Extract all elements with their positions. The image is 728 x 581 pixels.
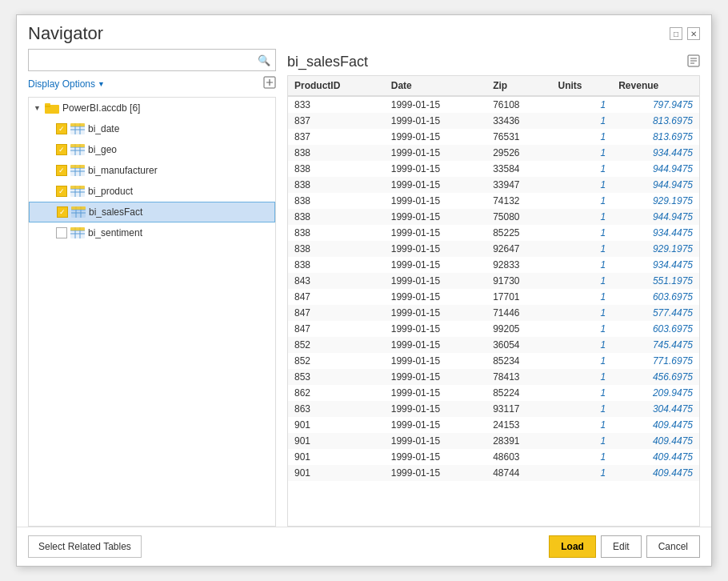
tree-item-bi_sentiment[interactable]: bi_sentiment — [29, 222, 275, 243]
table-row[interactable]: 8621999-01-15852241209.9475 — [288, 385, 699, 401]
load-button[interactable]: Load — [549, 535, 596, 558]
table-cell: 901 — [288, 465, 385, 481]
col-header-zip: Zip — [486, 76, 551, 96]
table-cell: 838 — [288, 225, 385, 241]
table-row[interactable]: 8631999-01-15931171304.4475 — [288, 401, 699, 417]
tree-item-bi_date[interactable]: bi_date — [29, 118, 275, 139]
table-row[interactable]: 8371999-01-15334361813.6975 — [288, 113, 699, 129]
preview-icon[interactable] — [687, 54, 700, 70]
table-row[interactable]: 9011999-01-15241531409.4475 — [288, 417, 699, 433]
table-row[interactable]: 8521999-01-15360541745.4475 — [288, 337, 699, 353]
table-cell: 847 — [288, 289, 385, 305]
chevron-down-icon: ▼ — [98, 80, 105, 88]
table-cell: 24153 — [486, 417, 551, 433]
table-cell: 813.6975 — [612, 113, 699, 129]
table-cell: 838 — [288, 145, 385, 161]
table-cell: 1 — [551, 257, 612, 273]
table-row[interactable]: 8381999-01-15335841944.9475 — [288, 161, 699, 177]
footer-right: Load Edit Cancel — [549, 535, 700, 558]
table-icon-bi_geo — [70, 144, 85, 155]
table-cell: 1 — [551, 449, 612, 465]
table-cell: 1999-01-15 — [385, 305, 486, 321]
table-cell: 76108 — [486, 96, 551, 113]
display-options-row: Display Options ▼ — [28, 76, 276, 92]
tree-item-bi_geo[interactable]: bi_geo — [29, 139, 275, 160]
checkbox-bi_geo[interactable] — [56, 144, 67, 155]
table-cell: 852 — [288, 353, 385, 369]
checkbox-bi_salesFact[interactable] — [57, 206, 68, 218]
checkbox-bi_sentiment[interactable] — [56, 227, 67, 238]
edit-button[interactable]: Edit — [601, 535, 642, 558]
tree-label-bi_sentiment: bi_sentiment — [88, 227, 142, 238]
table-row[interactable]: 8371999-01-15765311813.6975 — [288, 129, 699, 145]
table-row[interactable]: 8471999-01-15177011603.6975 — [288, 289, 699, 305]
search-input[interactable] — [34, 54, 258, 66]
table-cell: 853 — [288, 369, 385, 385]
table-cell: 1 — [551, 465, 612, 481]
table-row[interactable]: 8431999-01-15917301551.1975 — [288, 273, 699, 289]
table-cell: 1 — [551, 161, 612, 177]
table-row[interactable]: 9011999-01-15486031409.4475 — [288, 449, 699, 465]
table-cell: 1 — [551, 385, 612, 401]
table-cell: 603.6975 — [612, 289, 699, 305]
table-cell: 838 — [288, 193, 385, 209]
tree-item-bi_salesFact[interactable]: bi_salesFact — [29, 202, 275, 222]
table-cell: 838 — [288, 177, 385, 193]
table-row[interactable]: 8331999-01-15761081797.9475 — [288, 96, 699, 113]
preview-header: bi_salesFact — [287, 49, 700, 75]
table-cell: 1 — [551, 273, 612, 289]
tree-item-bi_manufacturer[interactable]: bi_manufacturer — [29, 160, 275, 181]
table-cell: 76531 — [486, 129, 551, 145]
table-cell: 944.9475 — [612, 209, 699, 225]
table-row[interactable]: 8381999-01-15750801944.9475 — [288, 209, 699, 225]
footer-left: Select Related Tables — [28, 535, 142, 558]
restore-button[interactable]: □ — [670, 27, 682, 40]
new-source-icon[interactable] — [263, 76, 276, 92]
table-cell: 862 — [288, 385, 385, 401]
table-row[interactable]: 8521999-01-15852341771.6975 — [288, 353, 699, 369]
table-cell: 1999-01-15 — [385, 449, 486, 465]
search-icon[interactable]: 🔍 — [258, 54, 270, 66]
close-button[interactable]: ✕ — [687, 27, 700, 40]
table-cell: 852 — [288, 337, 385, 353]
table-row[interactable]: 8381999-01-15741321929.1975 — [288, 193, 699, 209]
table-cell: 901 — [288, 433, 385, 449]
table-cell: 1999-01-15 — [385, 161, 486, 177]
svg-rect-39 — [70, 227, 85, 230]
table-cell: 1999-01-15 — [385, 465, 486, 481]
table-cell: 33947 — [486, 177, 551, 193]
table-icon-bi_manufacturer — [70, 165, 85, 176]
table-cell: 1 — [551, 401, 612, 417]
table-row[interactable]: 8381999-01-15926471929.1975 — [288, 241, 699, 257]
table-row[interactable]: 9011999-01-15283911409.4475 — [288, 433, 699, 449]
table-cell: 1 — [551, 96, 612, 113]
tree-item-bi_product[interactable]: bi_product — [29, 181, 275, 202]
table-icon-bi_product — [70, 186, 85, 197]
tree-root[interactable]: ▼ PowerBI.accdb [6] — [29, 98, 275, 118]
table-row[interactable]: 8381999-01-15295261934.4475 — [288, 145, 699, 161]
display-options-button[interactable]: Display Options ▼ — [28, 78, 105, 90]
tree-label-bi_salesFact: bi_salesFact — [89, 206, 142, 218]
data-table-container[interactable]: ProductIDDateZipUnitsRevenue 8331999-01-… — [287, 75, 700, 527]
table-row[interactable]: 8471999-01-15714461577.4475 — [288, 305, 699, 321]
checkbox-bi_manufacturer[interactable] — [56, 165, 67, 176]
col-header-revenue: Revenue — [612, 76, 699, 96]
table-icon-bi_salesFact — [71, 206, 86, 218]
data-table: ProductIDDateZipUnitsRevenue 8331999-01-… — [288, 76, 699, 481]
checkbox-bi_date[interactable] — [56, 123, 67, 134]
table-row[interactable]: 9011999-01-15487441409.4475 — [288, 465, 699, 481]
table-row[interactable]: 8381999-01-15852251934.4475 — [288, 225, 699, 241]
table-cell: 409.4475 — [612, 417, 699, 433]
table-row[interactable]: 8531999-01-15784131456.6975 — [288, 369, 699, 385]
search-bar[interactable]: 🔍 — [28, 49, 276, 71]
table-cell: 838 — [288, 209, 385, 225]
table-cell: 1 — [551, 129, 612, 145]
tree-panel[interactable]: ▼ PowerBI.accdb [6] bi_date — [28, 97, 276, 527]
table-row[interactable]: 8471999-01-15992051603.6975 — [288, 321, 699, 337]
table-row[interactable]: 8381999-01-15928331934.4475 — [288, 257, 699, 273]
table-cell: 1999-01-15 — [385, 129, 486, 145]
select-related-tables-button[interactable]: Select Related Tables — [28, 535, 142, 558]
table-row[interactable]: 8381999-01-15339471944.9475 — [288, 177, 699, 193]
cancel-button[interactable]: Cancel — [646, 535, 700, 558]
checkbox-bi_product[interactable] — [56, 186, 67, 197]
